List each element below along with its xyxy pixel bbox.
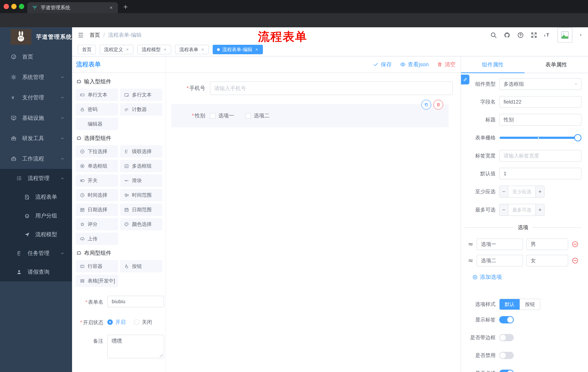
palette-item[interactable]: 上传 [76, 233, 118, 245]
form-grid-slider[interactable] [499, 132, 581, 144]
close-icon[interactable] [163, 48, 167, 51]
option-value-input[interactable] [526, 255, 568, 266]
tab-component-props[interactable]: 组件属性 [461, 56, 525, 73]
window-zoom-button[interactable] [19, 4, 24, 9]
increment-button[interactable]: + [536, 186, 544, 197]
sidebar-item-7[interactable]: 流程表单 [0, 188, 72, 206]
page-tab-2[interactable]: 流程模型 [137, 45, 171, 54]
palette-item[interactable]: 单选框组 [76, 160, 118, 172]
close-icon[interactable] [201, 48, 204, 51]
palette-item[interactable]: 颜色选择 [120, 218, 162, 230]
palette-item[interactable]: 日期选择 [76, 203, 118, 216]
sidebar-fold-icon[interactable] [77, 32, 84, 38]
font-size-icon[interactable]: tT [544, 32, 551, 39]
default-value-input[interactable] [499, 168, 581, 180]
drag-handle-icon[interactable] [468, 258, 473, 263]
sidebar-item-2[interactable]: ¥支付管理 [0, 87, 72, 108]
toggle-switch[interactable] [499, 334, 514, 341]
palette-item[interactable]: 时间选择 [76, 189, 118, 201]
component-type-select[interactable] [499, 78, 581, 90]
tab-form-props[interactable]: 表单属性 [525, 56, 588, 73]
sidebar-item-3[interactable]: 基础设施 [0, 108, 72, 128]
delete-component-button[interactable] [433, 100, 443, 110]
palette-item[interactable]: 日期范围 [120, 203, 162, 216]
drag-handle-icon[interactable] [468, 242, 473, 247]
save-button[interactable]: 保存 [373, 61, 392, 68]
palette-item[interactable]: 表格[开发中] [76, 275, 118, 287]
page-tab-3[interactable]: 流程表单 [175, 45, 209, 54]
slider-handle[interactable] [574, 134, 581, 141]
browser-tab[interactable]: 芋道管理系统 [27, 2, 118, 13]
palette-item[interactable]: 下拉选择 [76, 145, 118, 158]
add-option-button[interactable]: 添加选项 [472, 273, 581, 281]
radio-unselected-icon[interactable] [134, 319, 139, 325]
checkbox-icon[interactable] [245, 113, 251, 118]
toggle-switch[interactable] [499, 352, 514, 359]
close-icon[interactable] [255, 48, 259, 51]
window-close-button[interactable] [4, 4, 9, 9]
clear-button[interactable]: 清空 [437, 61, 456, 68]
component-type-input[interactable] [499, 78, 581, 90]
option-label-input[interactable] [477, 238, 523, 250]
palette-item[interactable]: 123计数器 [120, 103, 162, 116]
page-tab-0[interactable]: 首页 [78, 45, 96, 54]
palette-item[interactable]: 多选框组 [120, 160, 162, 172]
sidebar-item-4[interactable]: 研发工具 [0, 128, 72, 149]
increment-button[interactable]: + [536, 204, 544, 215]
palette-item[interactable]: 编辑器 [76, 118, 118, 130]
remark-textarea[interactable]: 嘿嘿 [107, 335, 164, 358]
tab-close-icon[interactable] [109, 6, 113, 10]
link-tag-button[interactable] [461, 74, 469, 85]
avatar-caret-icon[interactable] [579, 33, 583, 37]
checkbox-icon[interactable] [210, 113, 215, 118]
phone-input[interactable] [210, 82, 453, 95]
form-name-input[interactable] [107, 296, 164, 307]
style-button-button[interactable]: 按钮 [520, 299, 540, 309]
slider-track[interactable] [500, 137, 579, 139]
palette-item[interactable]: 时间范围 [120, 189, 162, 201]
remove-option-icon[interactable] [571, 241, 579, 248]
toggle-switch[interactable] [499, 316, 514, 323]
field-name-input[interactable] [499, 96, 581, 108]
status-option-off[interactable]: 关闭 [134, 319, 152, 326]
palette-item[interactable]: 滑块 [120, 174, 162, 187]
palette-item[interactable]: 单行文本 [76, 89, 118, 101]
view-json-button[interactable]: 查看json [400, 61, 429, 68]
sidebar-item-5[interactable]: 工作流程 [0, 149, 72, 169]
close-icon[interactable] [126, 48, 129, 51]
textarea-resize-handle[interactable] [159, 354, 163, 357]
decrement-button[interactable]: − [500, 186, 508, 197]
radio-selected-icon[interactable] [107, 319, 113, 325]
sidebar-item-1[interactable]: 系统管理 [0, 67, 72, 87]
toggle-switch[interactable] [499, 370, 514, 372]
gender-option-2[interactable]: 选项二 [245, 112, 270, 119]
new-tab-icon[interactable] [123, 4, 128, 10]
github-icon[interactable] [504, 32, 511, 39]
phone-field-row[interactable]: *手机号 [171, 82, 453, 95]
sidebar-item-6[interactable]: 流程管理 [0, 169, 72, 188]
sidebar-logo-row[interactable]: 芋道管理系统 [0, 27, 72, 47]
search-icon[interactable] [490, 32, 497, 39]
page-tab-4[interactable]: 流程表单-编辑 [213, 45, 263, 54]
palette-item[interactable]: 按钮 [120, 260, 162, 272]
sidebar-item-9[interactable]: 流程模型 [0, 225, 72, 244]
sidebar-item-0[interactable]: 首页 [0, 47, 72, 67]
avatar[interactable] [557, 28, 572, 43]
status-option-on[interactable]: 开启 [107, 319, 126, 326]
breadcrumb-home[interactable]: 首页 [90, 32, 100, 39]
help-icon[interactable] [517, 32, 524, 39]
window-minimize-button[interactable] [11, 4, 17, 9]
palette-item[interactable]: 密码 [76, 103, 118, 116]
gender-field-row-selected[interactable]: *性别 选项一 选项二 [171, 104, 449, 128]
label-width-input[interactable] [499, 150, 581, 162]
sidebar-item-11[interactable]: 请假查询 [0, 263, 72, 281]
gender-option-1[interactable]: 选项一 [210, 112, 234, 119]
option-label-input[interactable] [477, 255, 523, 266]
min-checked-placeholder[interactable]: 至少应选 [508, 186, 536, 197]
palette-item[interactable]: 多行文本 [120, 89, 162, 101]
style-default-button[interactable]: 默认 [500, 299, 520, 309]
remove-option-icon[interactable] [571, 257, 579, 264]
sidebar-item-8[interactable]: 用户分组 [0, 206, 72, 225]
title-input[interactable] [499, 114, 581, 126]
decrement-button[interactable]: − [500, 204, 508, 215]
